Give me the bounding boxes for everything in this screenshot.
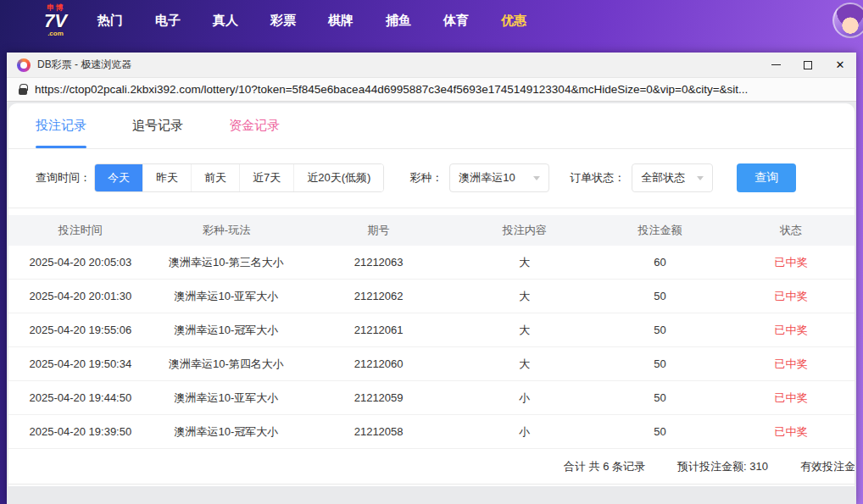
- filter-bar: 查询时间： 今天昨天前天近7天近20天(低频) 彩种： 澳洲幸运10 订单状态：…: [8, 149, 855, 208]
- time-filter-button[interactable]: 前天: [191, 164, 239, 191]
- top-nav: 热门电子真人彩票棋牌捕鱼体育优惠: [97, 13, 526, 29]
- search-button[interactable]: 查询: [737, 163, 796, 192]
- time-filter-button[interactable]: 近7天: [239, 164, 293, 191]
- table-cell: 21212062: [300, 290, 457, 302]
- summary-valid: 有效投注金额: [800, 459, 855, 474]
- close-icon: ✕: [836, 59, 845, 70]
- table-row: 2025-04-20 19:44:50澳洲幸运10-亚军大小21212059小5…: [8, 381, 855, 415]
- table-cell: 澳洲幸运10-第三名大小: [153, 255, 301, 270]
- table-cell: 50: [593, 425, 728, 438]
- table-cell: 已中奖: [727, 357, 855, 372]
- tab[interactable]: 追号记录: [132, 103, 183, 148]
- table-cell: 大: [457, 357, 593, 372]
- user-avatar[interactable]: [832, 3, 863, 38]
- table-summary: 合计 共 6 条记录 预计投注金额: 310 有效投注金额: [8, 449, 855, 485]
- table-cell: 大: [457, 255, 593, 270]
- chevron-down-icon: [533, 176, 540, 180]
- table-row: 2025-04-20 19:39:50澳洲幸运10-冠军大小21212058小5…: [8, 415, 855, 449]
- column-header: 期号: [300, 223, 457, 238]
- nav-item[interactable]: 真人: [213, 13, 238, 29]
- table-cell: 大: [457, 323, 593, 338]
- tab[interactable]: 投注记录: [36, 103, 86, 148]
- table-cell: 大: [457, 289, 593, 304]
- table-cell: 已中奖: [727, 289, 855, 304]
- table-cell: 澳洲幸运10-冠军大小: [153, 323, 301, 338]
- chevron-down-icon: [697, 176, 704, 180]
- table-cell: 2025-04-20 19:44:50: [8, 391, 153, 404]
- table-cell: 小: [457, 390, 593, 406]
- nav-item[interactable]: 捕鱼: [386, 13, 411, 29]
- site-header: 申博 7V .com 热门电子真人彩票棋牌捕鱼体育优惠: [0, 0, 863, 41]
- table-header: 投注时间彩种-玩法期号投注内容投注金额状态: [8, 215, 855, 246]
- table-cell: 已中奖: [727, 323, 855, 338]
- tab[interactable]: 资金记录: [229, 103, 280, 148]
- order-status-label: 订单状态：: [570, 170, 625, 186]
- lottery-select[interactable]: 澳洲幸运10: [449, 163, 549, 192]
- table-cell: 21212061: [300, 324, 457, 336]
- time-filter-button[interactable]: 昨天: [142, 164, 191, 191]
- window-titlebar: DB彩票 - 极速浏览器 ✕: [7, 53, 856, 77]
- table-cell: 澳洲幸运10-亚军大小: [153, 289, 301, 304]
- table-cell: 50: [593, 391, 728, 404]
- table-row: 2025-04-20 19:50:34澳洲幸运10-第四名大小21212060大…: [8, 347, 855, 381]
- table-cell: 已中奖: [727, 390, 855, 406]
- lock-icon: [19, 88, 27, 95]
- table-cell: 50: [593, 357, 728, 370]
- table-cell: 21212060: [300, 357, 457, 370]
- minimize-icon: [771, 64, 781, 65]
- nav-item[interactable]: 体育: [443, 13, 469, 29]
- time-filter-group: 今天昨天前天近7天近20天(低频): [94, 163, 384, 192]
- column-header: 投注时间: [8, 223, 153, 238]
- lottery-select-value: 澳洲幸运10: [459, 170, 515, 186]
- browser-window: DB彩票 - 极速浏览器 ✕ https://ctop02pcali.2kbxi…: [7, 53, 856, 504]
- lottery-records-panel: 投注记录追号记录资金记录 查询时间： 今天昨天前天近7天近20天(低频) 彩种：…: [8, 103, 855, 486]
- record-tabs: 投注记录追号记录资金记录: [8, 103, 855, 149]
- browser-content: 投注记录追号记录资金记录 查询时间： 今天昨天前天近7天近20天(低频) 彩种：…: [7, 102, 856, 504]
- table-cell: 已中奖: [727, 424, 855, 440]
- window-title: DB彩票 - 极速浏览器: [37, 58, 131, 72]
- table-cell: 澳洲幸运10-亚军大小: [153, 390, 301, 406]
- nav-item[interactable]: 热门: [97, 13, 123, 29]
- table-cell: 2025-04-20 19:39:50: [8, 425, 153, 438]
- table-cell: 21212059: [300, 391, 457, 404]
- time-filter-label: 查询时间：: [36, 170, 91, 186]
- summary-total: 合计 共 6 条记录: [564, 459, 645, 474]
- url-text: https://ctop02pcali.2kbxi392.com/lottery…: [35, 83, 748, 96]
- close-button[interactable]: ✕: [824, 53, 856, 77]
- nav-item[interactable]: 优惠: [501, 13, 526, 29]
- table-row: 2025-04-20 19:55:06澳洲幸运10-冠军大小21212061大5…: [8, 313, 855, 347]
- app-icon: [17, 58, 31, 72]
- address-bar[interactable]: https://ctop02pcali.2kbxi392.com/lottery…: [7, 77, 856, 102]
- logo-text-suffix: .com: [47, 30, 64, 37]
- table-cell: 已中奖: [727, 255, 855, 270]
- nav-item[interactable]: 棋牌: [328, 13, 354, 29]
- summary-expected: 预计投注金额: 310: [677, 459, 768, 474]
- table-cell: 2025-04-20 20:05:03: [8, 256, 153, 269]
- lottery-label: 彩种：: [409, 170, 443, 186]
- table-row: 2025-04-20 20:01:30澳洲幸运10-亚军大小21212062大5…: [8, 280, 855, 313]
- table-cell: 21212058: [300, 425, 457, 438]
- minimize-button[interactable]: [760, 53, 792, 77]
- order-status-select[interactable]: 全部状态: [632, 163, 713, 192]
- table-cell: 21212063: [300, 256, 457, 269]
- column-header: 投注金额: [593, 223, 728, 238]
- nav-item[interactable]: 彩票: [270, 13, 296, 29]
- table-row: 2025-04-20 20:05:03澳洲幸运10-第三名大小21212063大…: [8, 246, 855, 280]
- table-cell: 2025-04-20 19:55:06: [8, 324, 153, 336]
- maximize-button[interactable]: [792, 53, 824, 77]
- table-body: 2025-04-20 20:05:03澳洲幸运10-第三名大小21212063大…: [8, 246, 855, 449]
- nav-item[interactable]: 电子: [155, 13, 181, 29]
- logo-text-main: 7V: [44, 12, 67, 30]
- maximize-icon: [804, 61, 812, 69]
- time-filter-button[interactable]: 近20天(低频): [293, 164, 383, 191]
- table-cell: 澳洲幸运10-第四名大小: [153, 357, 301, 372]
- table-cell: 澳洲幸运10-冠军大小: [153, 424, 301, 440]
- table-cell: 2025-04-20 20:01:30: [8, 290, 153, 302]
- table-cell: 2025-04-20 19:50:34: [8, 357, 153, 370]
- time-filter-button[interactable]: 今天: [95, 164, 142, 191]
- column-header: 彩种-玩法: [153, 223, 301, 238]
- window-controls: ✕: [760, 53, 856, 77]
- order-status-value: 全部状态: [641, 170, 685, 186]
- site-logo[interactable]: 申博 7V .com: [44, 4, 67, 37]
- table-cell: 小: [457, 424, 593, 440]
